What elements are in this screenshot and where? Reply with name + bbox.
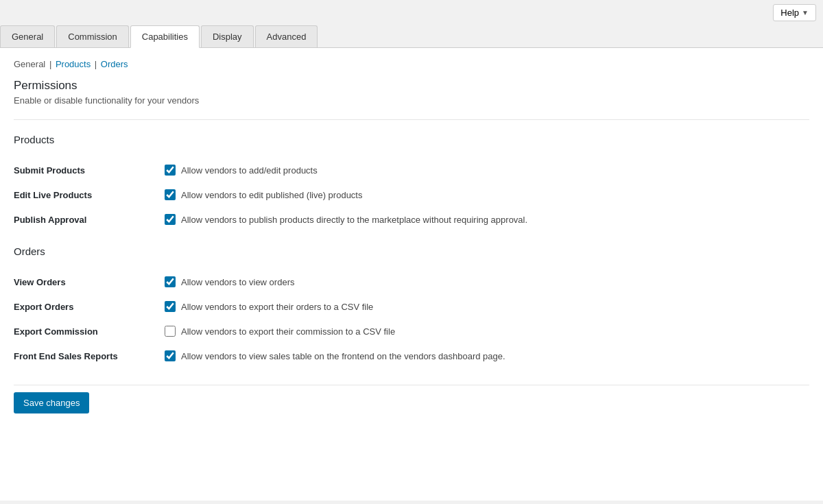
publish-approval-label: Publish Approval bbox=[14, 207, 165, 232]
export-orders-description: Allow vendors to export their orders to … bbox=[181, 302, 373, 312]
tab-commission[interactable]: Commission bbox=[56, 25, 129, 47]
breadcrumb-products-link[interactable]: Products bbox=[56, 59, 91, 69]
tab-advanced[interactable]: Advanced bbox=[255, 25, 318, 47]
view-orders-description: Allow vendors to view orders bbox=[181, 277, 294, 287]
tabs-bar: General Commission Capabilities Display … bbox=[0, 25, 823, 48]
main-content: General | Products | Orders Permissions … bbox=[0, 48, 823, 501]
view-orders-checkbox[interactable] bbox=[165, 276, 176, 287]
publish-approval-description: Allow vendors to publish products direct… bbox=[181, 215, 527, 225]
export-orders-label: Export Orders bbox=[14, 294, 165, 319]
tab-capabilities[interactable]: Capabilities bbox=[130, 25, 200, 48]
breadcrumb-sep1: | bbox=[49, 59, 51, 69]
view-orders-label: View Orders bbox=[14, 269, 165, 294]
permissions-title: Permissions bbox=[14, 79, 809, 93]
publish-approval-checkbox[interactable] bbox=[165, 214, 176, 225]
products-settings-table: Submit Products Allow vendors to add/edi… bbox=[14, 158, 809, 232]
save-section: Save changes bbox=[14, 385, 809, 413]
export-commission-label: Export Commission bbox=[14, 319, 165, 344]
edit-live-products-checkbox[interactable] bbox=[165, 189, 176, 200]
page-wrapper: Help ▼ General Commission Capabilities D… bbox=[0, 0, 823, 504]
table-row: Edit Live Products Allow vendors to edit… bbox=[14, 182, 809, 207]
table-row: Export Commission Allow vendors to expor… bbox=[14, 319, 809, 344]
help-label: Help bbox=[780, 8, 799, 18]
table-row: Publish Approval Allow vendors to publis… bbox=[14, 207, 809, 232]
front-end-sales-reports-label: Front End Sales Reports bbox=[14, 344, 165, 368]
export-commission-checkbox[interactable] bbox=[165, 326, 176, 337]
breadcrumb-general: General bbox=[14, 59, 45, 69]
help-button[interactable]: Help ▼ bbox=[773, 4, 816, 21]
export-orders-checkbox[interactable] bbox=[165, 301, 176, 312]
submit-products-field: Allow vendors to add/edit products bbox=[165, 165, 809, 176]
submit-products-label: Submit Products bbox=[14, 158, 165, 182]
products-section-title: Products bbox=[14, 134, 809, 148]
front-end-sales-reports-checkbox[interactable] bbox=[165, 350, 176, 361]
submit-products-checkbox[interactable] bbox=[165, 165, 176, 176]
table-row: Submit Products Allow vendors to add/edi… bbox=[14, 158, 809, 182]
help-chevron-icon: ▼ bbox=[802, 9, 809, 16]
breadcrumb: General | Products | Orders bbox=[14, 59, 809, 69]
tab-display[interactable]: Display bbox=[201, 25, 254, 47]
front-end-sales-reports-field: Allow vendors to view sales table on the… bbox=[165, 350, 809, 361]
breadcrumb-sep2: | bbox=[95, 59, 97, 69]
orders-section-title: Orders bbox=[14, 245, 809, 260]
table-row: View Orders Allow vendors to view orders bbox=[14, 269, 809, 294]
permissions-description: Enable or disable functionality for your… bbox=[14, 95, 809, 106]
help-bar: Help ▼ bbox=[0, 0, 823, 25]
tab-general[interactable]: General bbox=[0, 25, 55, 47]
breadcrumb-orders-link[interactable]: Orders bbox=[101, 59, 128, 69]
front-end-sales-reports-description: Allow vendors to view sales table on the… bbox=[181, 351, 505, 361]
orders-settings-table: View Orders Allow vendors to view orders… bbox=[14, 269, 809, 368]
export-orders-field: Allow vendors to export their orders to … bbox=[165, 301, 809, 312]
edit-live-products-field: Allow vendors to edit published (live) p… bbox=[165, 189, 809, 200]
publish-approval-field: Allow vendors to publish products direct… bbox=[165, 214, 809, 225]
edit-live-products-description: Allow vendors to edit published (live) p… bbox=[181, 190, 362, 200]
table-row: Front End Sales Reports Allow vendors to… bbox=[14, 344, 809, 368]
export-commission-field: Allow vendors to export their commission… bbox=[165, 326, 809, 337]
view-orders-field: Allow vendors to view orders bbox=[165, 276, 809, 287]
submit-products-description: Allow vendors to add/edit products bbox=[181, 165, 318, 176]
edit-live-products-label: Edit Live Products bbox=[14, 182, 165, 207]
save-changes-button[interactable]: Save changes bbox=[14, 392, 89, 413]
table-row: Export Orders Allow vendors to export th… bbox=[14, 294, 809, 319]
divider-after-desc bbox=[14, 119, 809, 120]
export-commission-description: Allow vendors to export their commission… bbox=[181, 326, 395, 337]
